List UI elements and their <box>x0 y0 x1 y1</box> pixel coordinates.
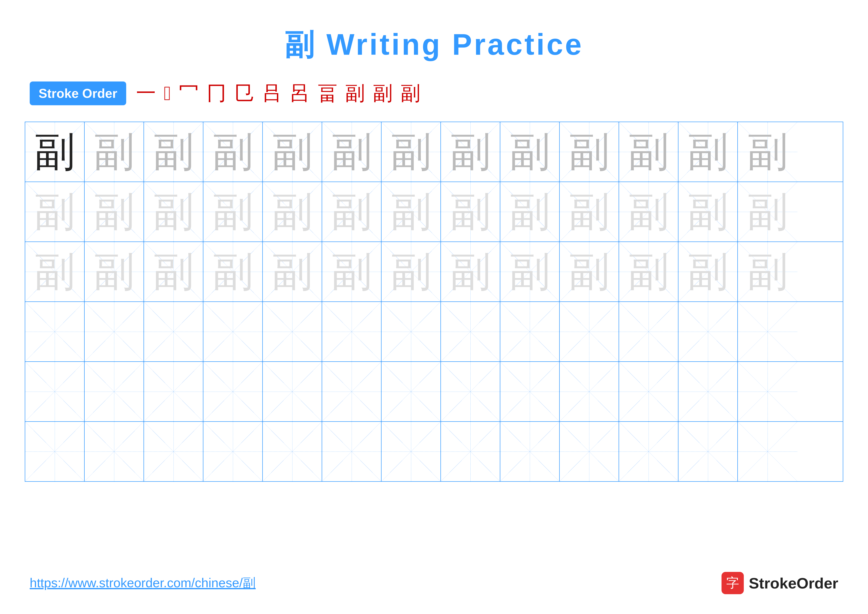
grid-cell-6-11[interactable] <box>619 422 679 481</box>
practice-char: 副 <box>153 184 194 239</box>
grid-cell-1-4[interactable]: 副 <box>203 122 263 182</box>
grid-cell-3-1[interactable]: 副 <box>25 242 85 302</box>
grid-cell-5-5[interactable] <box>263 362 322 421</box>
grid-cell-6-13[interactable] <box>738 422 797 481</box>
grid-cell-6-2[interactable] <box>85 422 144 481</box>
grid-cell-3-11[interactable]: 副 <box>619 242 679 302</box>
practice-char: 副 <box>94 124 135 180</box>
grid-cell-3-8[interactable]: 副 <box>441 242 500 302</box>
grid-cell-5-7[interactable] <box>381 362 441 421</box>
grid-cell-3-13[interactable]: 副 <box>738 242 797 302</box>
practice-char: 副 <box>569 244 610 300</box>
grid-cell-3-3[interactable]: 副 <box>144 242 203 302</box>
grid-cell-2-12[interactable]: 副 <box>679 182 738 241</box>
grid-cell-6-7[interactable] <box>381 422 441 481</box>
grid-cell-5-10[interactable] <box>560 362 619 421</box>
grid-cell-2-3[interactable]: 副 <box>144 182 203 241</box>
grid-cell-6-1[interactable] <box>25 422 85 481</box>
practice-char: 副 <box>34 184 75 239</box>
grid-cell-4-6[interactable] <box>322 302 381 361</box>
grid-cell-1-8[interactable]: 副 <box>441 122 500 182</box>
grid-cell-3-10[interactable]: 副 <box>560 242 619 302</box>
grid-cell-6-6[interactable] <box>322 422 381 481</box>
grid-cell-5-9[interactable] <box>500 362 560 421</box>
grid-cell-2-13[interactable]: 副 <box>738 182 797 241</box>
grid-cell-5-6[interactable] <box>322 362 381 421</box>
grid-cell-4-13[interactable] <box>738 302 797 361</box>
grid-cell-2-1[interactable]: 副 <box>25 182 85 241</box>
practice-char: 副 <box>450 244 491 300</box>
grid-cell-3-9[interactable]: 副 <box>500 242 560 302</box>
grid-cell-3-4[interactable]: 副 <box>203 242 263 302</box>
grid-cell-2-8[interactable]: 副 <box>441 182 500 241</box>
grid-cell-2-6[interactable]: 副 <box>322 182 381 241</box>
grid-cell-1-1[interactable]: 副 <box>25 122 85 182</box>
stroke-8: 畐 <box>318 80 337 107</box>
grid-cell-1-2[interactable]: 副 <box>85 122 144 182</box>
grid-cell-1-6[interactable]: 副 <box>322 122 381 182</box>
grid-cell-2-5[interactable]: 副 <box>263 182 322 241</box>
stroke-3: 冖 <box>179 80 199 107</box>
grid-cell-3-5[interactable]: 副 <box>263 242 322 302</box>
grid-cell-2-10[interactable]: 副 <box>560 182 619 241</box>
grid-cell-4-9[interactable] <box>500 302 560 361</box>
grid-cell-1-5[interactable]: 副 <box>263 122 322 182</box>
stroke-2: 𠃌 <box>164 82 171 105</box>
grid-cell-5-11[interactable] <box>619 362 679 421</box>
practice-char: 副 <box>391 124 431 180</box>
footer-url[interactable]: https://www.strokeorder.com/chinese/副 <box>30 574 256 592</box>
grid-cell-6-8[interactable] <box>441 422 500 481</box>
grid-cell-4-5[interactable] <box>263 302 322 361</box>
grid-cell-1-10[interactable]: 副 <box>560 122 619 182</box>
practice-char: 副 <box>450 184 491 239</box>
grid-cell-5-3[interactable] <box>144 362 203 421</box>
grid-cell-2-7[interactable]: 副 <box>381 182 441 241</box>
grid-cell-1-7[interactable]: 副 <box>381 122 441 182</box>
grid-cell-6-3[interactable] <box>144 422 203 481</box>
grid-cell-4-1[interactable] <box>25 302 85 361</box>
grid-cell-1-3[interactable]: 副 <box>144 122 203 182</box>
grid-cell-5-8[interactable] <box>441 362 500 421</box>
grid-cell-4-11[interactable] <box>619 302 679 361</box>
grid-cell-2-11[interactable]: 副 <box>619 182 679 241</box>
grid-cell-2-2[interactable]: 副 <box>85 182 144 241</box>
grid-cell-3-12[interactable]: 副 <box>679 242 738 302</box>
grid-cell-6-9[interactable] <box>500 422 560 481</box>
grid-cell-4-3[interactable] <box>144 302 203 361</box>
stroke-5: 㔾 <box>234 80 254 107</box>
grid-cell-6-10[interactable] <box>560 422 619 481</box>
practice-char: 副 <box>628 184 669 239</box>
grid-cell-3-2[interactable]: 副 <box>85 242 144 302</box>
footer: https://www.strokeorder.com/chinese/副 字 … <box>30 572 838 594</box>
grid-cell-6-12[interactable] <box>679 422 738 481</box>
grid-cell-4-8[interactable] <box>441 302 500 361</box>
practice-char: 副 <box>747 184 788 239</box>
grid-cell-5-4[interactable] <box>203 362 263 421</box>
grid-cell-5-1[interactable] <box>25 362 85 421</box>
grid-cell-5-13[interactable] <box>738 362 797 421</box>
grid-cell-5-2[interactable] <box>85 362 144 421</box>
grid-cell-5-12[interactable] <box>679 362 738 421</box>
practice-char: 副 <box>391 244 431 300</box>
grid-cell-4-2[interactable] <box>85 302 144 361</box>
logo-icon: 字 <box>722 572 744 594</box>
practice-char: 副 <box>688 184 728 239</box>
grid-cell-3-7[interactable]: 副 <box>381 242 441 302</box>
grid-cell-1-12[interactable]: 副 <box>679 122 738 182</box>
grid-cell-6-4[interactable] <box>203 422 263 481</box>
grid-cell-4-7[interactable] <box>381 302 441 361</box>
grid-cell-6-5[interactable] <box>263 422 322 481</box>
grid-cell-4-12[interactable] <box>679 302 738 361</box>
grid-cell-2-4[interactable]: 副 <box>203 182 263 241</box>
grid-cell-1-11[interactable]: 副 <box>619 122 679 182</box>
grid-cell-2-9[interactable]: 副 <box>500 182 560 241</box>
grid-cell-3-6[interactable]: 副 <box>322 242 381 302</box>
grid-cell-4-10[interactable] <box>560 302 619 361</box>
grid-cell-1-9[interactable]: 副 <box>500 122 560 182</box>
grid-cell-1-13[interactable]: 副 <box>738 122 797 182</box>
grid-cell-4-4[interactable] <box>203 302 263 361</box>
practice-char: 副 <box>272 244 313 300</box>
writing-grid[interactable]: 副 副 副 副 副 副 副 副 <box>25 121 843 482</box>
practice-char: 副 <box>688 244 728 300</box>
practice-char: 副 <box>747 244 788 300</box>
